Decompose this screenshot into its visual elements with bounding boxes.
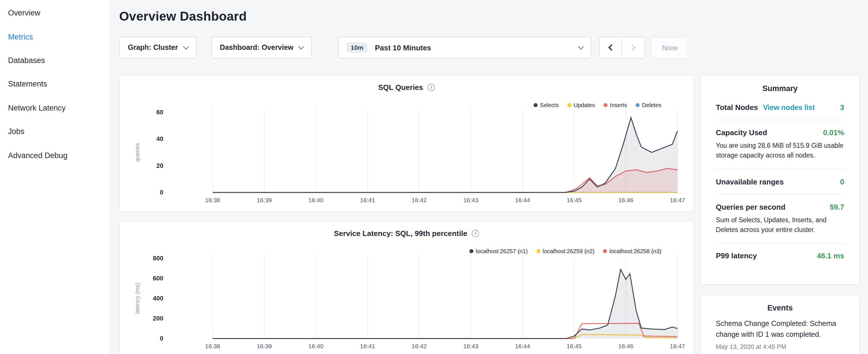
graph-dropdown[interactable]: Graph: Cluster bbox=[119, 37, 196, 58]
info-icon[interactable]: i bbox=[472, 229, 479, 237]
queries-per-second-value: 59.7 bbox=[830, 202, 844, 211]
x-axis-tick: 16:38 bbox=[205, 343, 220, 349]
legend-item-inserts[interactable]: Inserts bbox=[603, 102, 627, 108]
legend-item-selects[interactable]: Selects bbox=[534, 102, 559, 108]
queries-per-second-description: Sum of Selects, Updates, Inserts, and De… bbox=[716, 215, 844, 235]
y-axis-tick: 400 bbox=[153, 295, 163, 302]
info-icon[interactable]: i bbox=[428, 83, 435, 91]
sidebar-item-jobs[interactable]: Jobs bbox=[0, 120, 109, 143]
sidebar-item-network-latency[interactable]: Network Latency bbox=[0, 96, 109, 120]
toolbar: Graph: Cluster Dashboard: Overview 10m P… bbox=[119, 37, 868, 58]
sidebar-item-metrics[interactable]: Metrics bbox=[0, 25, 109, 49]
chart-title-row: Service Latency: SQL, 99th percentile i bbox=[125, 229, 688, 238]
legend-label: Deletes bbox=[642, 102, 661, 108]
x-axis-tick: 16:39 bbox=[257, 197, 272, 203]
time-forward-button[interactable] bbox=[622, 37, 645, 58]
chart-legend: localhost:26257 (n1)localhost:26259 (n2)… bbox=[469, 248, 661, 254]
graph-dropdown-label: Graph: Cluster bbox=[128, 43, 178, 52]
y-axis-tick: 0 bbox=[160, 189, 163, 196]
sidebar-item-advanced-debug[interactable]: Advanced Debug bbox=[0, 143, 109, 167]
sidebar-item-overview[interactable]: Overview bbox=[0, 1, 109, 25]
sidebar: OverviewMetricsDatabasesStatementsNetwor… bbox=[0, 0, 109, 354]
summary-row-total-nodes: Total Nodes View nodes list 3 bbox=[716, 95, 844, 120]
events-title: Events bbox=[716, 303, 844, 312]
sidebar-item-statements[interactable]: Statements bbox=[0, 72, 109, 96]
summary-rows: Total Nodes View nodes list 3 Capacity U… bbox=[716, 95, 844, 268]
app-root: OverviewMetricsDatabasesStatementsNetwor… bbox=[0, 0, 868, 354]
chevron-down-icon bbox=[183, 43, 189, 49]
legend-dot-icon bbox=[567, 103, 571, 107]
service-latency-chart[interactable]: 16:3816:3916:4016:4116:4216:4316:4416:45… bbox=[125, 252, 689, 352]
queries-per-second-label: Queries per second bbox=[716, 202, 785, 211]
legend-dot-icon bbox=[636, 103, 640, 107]
legend-dot-icon bbox=[534, 103, 537, 107]
x-axis-tick: 16:46 bbox=[618, 197, 633, 203]
x-axis-tick: 16:47 bbox=[670, 343, 685, 349]
dashboard-dropdown-label: Dashboard: Overview bbox=[220, 43, 293, 52]
capacity-used-label: Capacity Used bbox=[716, 128, 767, 137]
service-latency-chart-card: Service Latency: SQL, 99th percentile i … bbox=[119, 221, 694, 354]
y-axis-tick: 600 bbox=[153, 275, 163, 282]
summary-row-p99-latency: P99 latency 46.1 ms bbox=[716, 244, 844, 268]
chevron-right-icon bbox=[629, 44, 636, 51]
x-axis-tick: 16:41 bbox=[360, 197, 375, 203]
capacity-used-value: 0.01% bbox=[823, 128, 844, 137]
legend-label: Inserts bbox=[610, 102, 627, 108]
dashboard-content: SQL Queries i SelectsUpdatesInsertsDelet… bbox=[119, 75, 868, 354]
x-axis-tick: 16:40 bbox=[308, 197, 323, 203]
chart-title-row: SQL Queries i bbox=[125, 83, 688, 92]
chevron-down-icon bbox=[298, 43, 304, 49]
time-range-dropdown[interactable]: 10m Past 10 Minutes bbox=[338, 37, 591, 58]
series-area-localhost-26257-n1- bbox=[213, 269, 677, 339]
time-pager bbox=[599, 37, 645, 58]
legend-label: Selects bbox=[540, 102, 559, 108]
legend-item-localhost-26258-n3-[interactable]: localhost:26258 (n3) bbox=[603, 248, 661, 254]
chart-title: SQL Queries bbox=[378, 83, 423, 91]
y-axis-title: queries bbox=[134, 143, 141, 162]
x-axis-tick: 16:45 bbox=[566, 343, 582, 349]
event-text: Schema Change Completed: Schema change w… bbox=[716, 319, 844, 340]
legend-dot-icon bbox=[536, 249, 540, 253]
event-item[interactable]: Schema Change Completed: Schema change w… bbox=[716, 319, 844, 350]
x-axis-tick: 16:39 bbox=[257, 343, 272, 349]
events-panel: Events Schema Change Completed: Schema c… bbox=[700, 295, 860, 354]
summary-panel: Summary Total Nodes View nodes list 3 C bbox=[700, 75, 860, 285]
legend-item-localhost-26259-n2-[interactable]: localhost:26259 (n2) bbox=[536, 248, 595, 254]
x-axis-tick: 16:46 bbox=[618, 343, 633, 349]
legend-item-deletes[interactable]: Deletes bbox=[636, 102, 661, 108]
legend-item-localhost-26257-n1-[interactable]: localhost:26257 (n1) bbox=[469, 248, 528, 254]
legend-label: localhost:26257 (n1) bbox=[476, 248, 528, 254]
time-range-badge: 10m bbox=[347, 42, 367, 53]
x-axis-tick: 16:40 bbox=[308, 343, 323, 349]
x-axis-tick: 16:44 bbox=[515, 197, 530, 203]
sidebar-item-databases[interactable]: Databases bbox=[0, 49, 109, 72]
right-column: Summary Total Nodes View nodes list 3 C bbox=[700, 75, 860, 354]
y-axis-tick: 40 bbox=[156, 135, 163, 142]
total-nodes-label: Total Nodes bbox=[716, 103, 758, 112]
total-nodes-value: 3 bbox=[840, 103, 844, 112]
now-button[interactable]: Now bbox=[651, 37, 689, 58]
chevron-down-icon bbox=[578, 43, 584, 49]
x-axis-tick: 16:47 bbox=[670, 197, 685, 203]
main-area: Overview Dashboard Graph: Cluster Dashbo… bbox=[109, 0, 868, 354]
legend-dot-icon bbox=[603, 249, 607, 253]
sql-queries-chart[interactable]: 16:3816:3916:4016:4116:4216:4316:4416:45… bbox=[125, 105, 689, 206]
x-axis-tick: 16:44 bbox=[515, 343, 530, 349]
summary-row-queries-per-second: Queries per second 59.7 Sum of Selects, … bbox=[716, 194, 844, 244]
summary-title: Summary bbox=[716, 84, 844, 93]
time-back-button[interactable] bbox=[599, 37, 622, 58]
chevron-left-icon bbox=[608, 44, 615, 51]
p99-latency-value: 46.1 ms bbox=[817, 252, 844, 260]
x-axis-tick: 16:43 bbox=[463, 197, 478, 203]
unavailable-ranges-value: 0 bbox=[840, 177, 844, 186]
view-nodes-list-link[interactable]: View nodes list bbox=[763, 104, 815, 112]
y-axis-tick: 200 bbox=[153, 315, 163, 322]
x-axis-tick: 16:42 bbox=[412, 343, 427, 349]
y-axis-title: latency (ms) bbox=[134, 283, 141, 314]
dashboard-dropdown[interactable]: Dashboard: Overview bbox=[211, 37, 312, 58]
chart-legend: SelectsUpdatesInsertsDeletes bbox=[534, 102, 661, 108]
x-axis-tick: 16:43 bbox=[463, 343, 478, 349]
legend-item-updates[interactable]: Updates bbox=[567, 102, 595, 108]
x-axis-tick: 16:38 bbox=[205, 197, 220, 203]
legend-dot-icon bbox=[469, 249, 473, 253]
